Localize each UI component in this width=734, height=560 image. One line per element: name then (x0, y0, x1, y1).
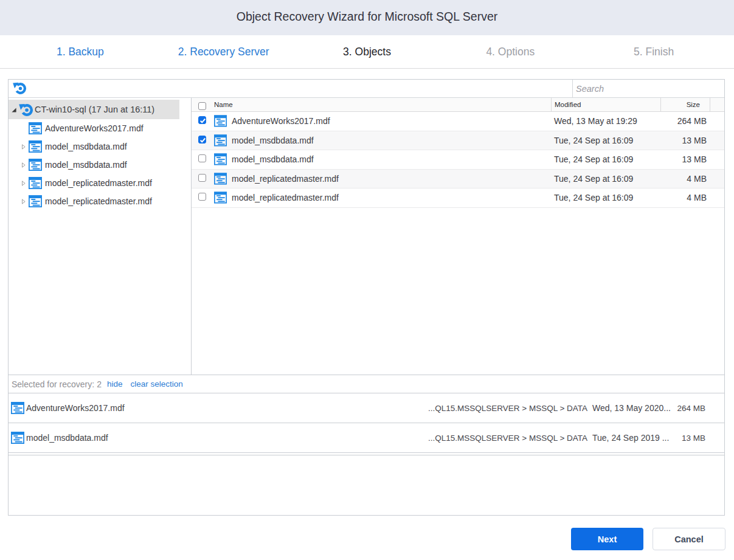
row-checkbox-cell (192, 194, 209, 202)
database-file-icon (11, 432, 24, 444)
clear-selection-link[interactable]: clear selection (131, 379, 183, 389)
step-options: 4. Options (438, 35, 582, 68)
row-checkbox[interactable] (198, 154, 206, 162)
collapsed-triangle-icon[interactable] (22, 181, 26, 186)
step-finish: 5. Finish (582, 35, 725, 68)
file-name: model_replicatedmaster.mdf (232, 193, 339, 202)
database-file-icon (29, 177, 42, 189)
tree-item[interactable]: model_msdbdata.mdf (9, 156, 179, 174)
tree-item-label: model_msdbdata.mdf (45, 142, 127, 151)
file-modified: Tue, 24 Sep at 16:09 (551, 174, 660, 184)
file-modified: Tue, 24 Sep at 16:09 (551, 136, 660, 145)
column-header-name[interactable]: Name (209, 98, 551, 111)
file-size: 4 MB (660, 193, 710, 202)
row-checkbox[interactable] (198, 116, 206, 124)
restore-point-icon (19, 103, 33, 117)
file-name-cell: AdventureWorks2017.mdf (209, 115, 551, 127)
row-checkbox-cell (192, 175, 209, 182)
row-checkbox[interactable] (198, 136, 206, 143)
selection-bar: Selected for recovery: 2 hide clear sele… (9, 375, 724, 393)
row-checkbox[interactable] (198, 193, 206, 201)
file-name: model_replicatedmaster.mdf (232, 174, 339, 184)
tree-item-label: model_replicatedmaster.mdf (45, 178, 152, 188)
collapsed-triangle-icon[interactable] (22, 162, 26, 168)
tree-root-label: CT-win10-sql (17 Jun at 16:11) (35, 105, 154, 114)
database-file-icon (11, 402, 24, 414)
table-row[interactable]: model_replicatedmaster.mdf Tue, 24 Sep a… (192, 170, 724, 189)
main-panel: CT-win10-sql (17 Jun at 16:11) Adventure… (8, 79, 725, 516)
database-file-icon (214, 173, 227, 185)
backup-tree: CT-win10-sql (17 Jun at 16:11) Adventure… (9, 98, 192, 375)
database-file-icon (214, 153, 227, 165)
selected-file-path: ...QL15.MSSQLSERVER > MSSQL > DATA (428, 434, 592, 443)
database-file-icon (214, 192, 227, 204)
file-name-cell: model_replicatedmaster.mdf (209, 173, 551, 185)
search-input[interactable] (573, 80, 724, 97)
tree-root-node[interactable]: CT-win10-sql (17 Jun at 16:11) (9, 100, 179, 119)
step-recovery-server[interactable]: 2. Recovery Server (152, 35, 296, 68)
selected-files-list: AdventureWorks2017.mdf ...QL15.MSSQLSERV… (9, 393, 724, 455)
file-size: 13 MB (660, 154, 710, 164)
database-file-icon (29, 122, 42, 134)
file-name-cell: model_replicatedmaster.mdf (209, 192, 551, 204)
file-modified: Tue, 24 Sep at 16:09 (551, 154, 660, 164)
column-header-modified[interactable]: Modified (551, 98, 660, 111)
window-title: Object Recovery Wizard for Microsoft SQL… (0, 0, 734, 33)
collapsed-triangle-icon[interactable] (22, 144, 26, 150)
selection-count: 2 (97, 379, 102, 389)
refresh-icon[interactable] (13, 81, 26, 95)
selected-file-name: AdventureWorks2017.mdf (26, 403, 428, 413)
file-size: 264 MB (660, 116, 710, 126)
hide-link[interactable]: hide (107, 379, 123, 389)
selection-label: Selected for recovery: (12, 379, 94, 389)
row-checkbox-cell (192, 156, 209, 164)
selected-file-path: ...QL15.MSSQLSERVER > MSSQL > DATA (428, 404, 592, 413)
collapsed-triangle-icon[interactable] (22, 199, 26, 204)
column-header-gutter (710, 98, 724, 111)
tree-item[interactable]: model_replicatedmaster.mdf (9, 174, 179, 192)
selected-file-modified: Tue, 24 Sep 2019 ... (592, 433, 671, 443)
selected-list-endline (9, 453, 724, 455)
file-name: model_msdbdata.mdf (232, 136, 314, 145)
file-name-cell: model_msdbdata.mdf (209, 153, 551, 165)
tree-item[interactable]: model_replicatedmaster.mdf (9, 192, 179, 210)
step-backup[interactable]: 1. Backup (9, 35, 152, 68)
files-table: Name Modified Size AdventureWorks2017.md… (192, 98, 724, 375)
table-row[interactable]: AdventureWorks2017.mdf Wed, 13 May at 19… (192, 112, 724, 131)
table-row[interactable]: model_msdbdata.mdf Tue, 24 Sep at 16:09 … (192, 131, 724, 151)
selected-file-row[interactable]: model_msdbdata.mdf ...QL15.MSSQLSERVER >… (9, 423, 724, 453)
table-row[interactable]: model_replicatedmaster.mdf Tue, 24 Sep a… (192, 188, 724, 208)
database-file-icon (214, 115, 227, 127)
tree-item-label: model_msdbdata.mdf (45, 160, 127, 170)
file-modified: Tue, 24 Sep at 16:09 (551, 193, 660, 202)
database-file-icon (29, 195, 42, 207)
cancel-button[interactable]: Cancel (653, 528, 725, 550)
tree-item-label: AdventureWorks2017.mdf (45, 123, 144, 133)
wizard-steps: 1. Backup 2. Recovery Server 3. Objects … (0, 35, 734, 69)
tree-item[interactable]: AdventureWorks2017.mdf (9, 119, 179, 137)
file-size: 13 MB (660, 136, 710, 145)
toolbar (9, 80, 724, 98)
selected-file-size: 13 MB (671, 434, 705, 443)
file-modified: Wed, 13 May at 19:29 (551, 116, 660, 126)
column-header-size[interactable]: Size (660, 98, 710, 111)
table-header: Name Modified Size (192, 98, 724, 112)
row-checkbox-cell (192, 117, 209, 125)
select-all-cell (192, 98, 209, 111)
search-box (572, 80, 724, 97)
selected-file-modified: Wed, 13 May 2020... (592, 403, 671, 413)
table-row[interactable]: model_msdbdata.mdf Tue, 24 Sep at 16:09 … (192, 150, 724, 170)
file-name: AdventureWorks2017.mdf (232, 116, 330, 126)
file-name-cell: model_msdbdata.mdf (209, 134, 551, 147)
next-button[interactable]: Next (571, 528, 643, 550)
tree-item-label: model_replicatedmaster.mdf (45, 196, 152, 206)
database-file-icon (29, 140, 42, 153)
selected-file-row[interactable]: AdventureWorks2017.mdf ...QL15.MSSQLSERV… (9, 393, 724, 423)
step-objects: 3. Objects (296, 35, 439, 68)
expanded-triangle-icon[interactable] (12, 108, 16, 112)
selected-file-name: model_msdbdata.mdf (26, 433, 428, 443)
tree-item[interactable]: model_msdbdata.mdf (9, 137, 179, 156)
row-checkbox[interactable] (198, 174, 206, 182)
select-all-checkbox[interactable] (198, 102, 206, 110)
database-file-icon (214, 134, 227, 147)
